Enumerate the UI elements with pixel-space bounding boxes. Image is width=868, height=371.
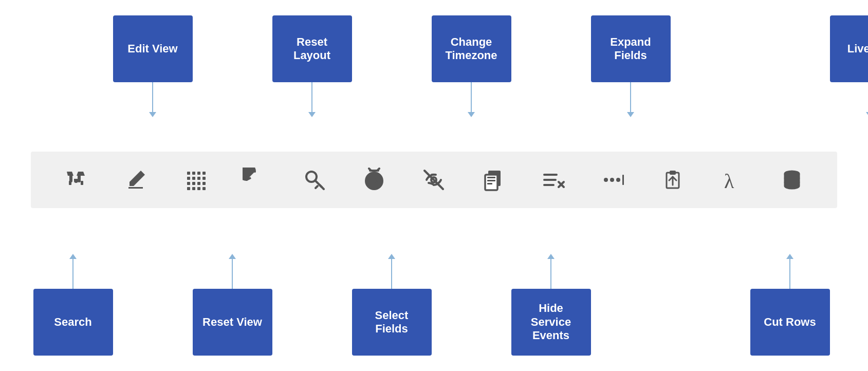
hide-service-events-icon[interactable]	[418, 164, 449, 195]
svg-rect-29	[487, 183, 492, 184]
top-col-reset-layout: Reset Layout	[272, 15, 352, 113]
key-icon[interactable]	[299, 164, 330, 195]
svg-rect-2	[187, 172, 190, 175]
svg-rect-5	[202, 172, 206, 175]
bottom-col-cut-space	[671, 258, 750, 356]
lambda-icon[interactable]: λ	[717, 164, 748, 195]
edit-view-icon[interactable]	[120, 164, 151, 195]
svg-rect-8	[197, 177, 200, 180]
svg-rect-9	[202, 177, 206, 180]
hide-service-events-box[interactable]: Hide Service Events	[511, 289, 591, 356]
svg-text:λ: λ	[724, 170, 734, 192]
svg-rect-16	[197, 187, 200, 190]
top-col-change-timezone: Change Timezone	[432, 15, 511, 113]
select-fields-box[interactable]: Select Fields	[352, 289, 432, 356]
change-timezone-box[interactable]: Change Timezone	[432, 15, 511, 82]
bottom-col-select-fields: Select Fields	[352, 258, 432, 356]
bottom-col-timezone-space	[432, 258, 511, 356]
top-col-expand-fields: Expand Fields	[591, 15, 671, 113]
search-arrow-up	[72, 258, 73, 289]
svg-rect-27	[487, 177, 495, 178]
svg-rect-28	[487, 180, 495, 181]
expand-fields-box[interactable]: Expand Fields	[591, 15, 671, 82]
ellipsis-icon[interactable]	[598, 164, 629, 195]
svg-point-35	[604, 178, 608, 182]
top-col-edit-view: Edit View	[113, 15, 193, 113]
svg-rect-13	[202, 182, 206, 185]
expand-fields-arrow-down	[630, 82, 631, 113]
bottom-col-cut-rows: Cut Rows	[750, 258, 830, 356]
svg-rect-7	[192, 177, 195, 180]
live-tail-box[interactable]: Live Tail	[830, 15, 869, 82]
reset-layout-arrow-down	[311, 82, 312, 113]
svg-line-20	[320, 185, 322, 187]
bottom-col-edit-view-space	[113, 258, 193, 356]
svg-line-21	[316, 186, 318, 188]
bottom-col-copy-space	[591, 258, 671, 356]
edit-view-arrow-down	[152, 82, 153, 113]
svg-rect-3	[192, 172, 195, 175]
svg-rect-1	[81, 181, 83, 185]
svg-rect-38	[622, 175, 624, 185]
cut-rows-box[interactable]: Cut Rows	[750, 289, 830, 356]
bottom-col-reset-layout-space	[272, 258, 352, 356]
bottom-col-hide-events: Hide Service Events	[511, 258, 591, 356]
svg-rect-6	[187, 177, 190, 180]
copy-icon[interactable]	[478, 164, 509, 195]
bottom-col-search: Search	[33, 258, 113, 356]
top-col-reset-view	[193, 15, 272, 113]
reset-layout-icon[interactable]	[239, 164, 270, 195]
svg-rect-14	[187, 187, 190, 190]
bottom-col-ellipsis-space	[830, 258, 869, 356]
search-box[interactable]: Search	[33, 289, 113, 356]
diagram-container: Edit View Reset Layout Change Timezone	[0, 0, 868, 371]
clock-icon[interactable]	[359, 164, 390, 195]
svg-point-36	[610, 178, 614, 182]
hide-events-arrow-up	[550, 258, 551, 289]
svg-rect-10	[187, 182, 190, 185]
svg-rect-12	[197, 182, 200, 185]
select-fields-arrow-up	[391, 258, 392, 289]
svg-point-37	[616, 178, 620, 182]
top-col-select-fields	[352, 15, 432, 113]
top-col-ellipsis	[750, 15, 830, 113]
cut-rows-icon[interactable]	[538, 164, 569, 195]
search-icon[interactable]	[61, 164, 91, 195]
svg-rect-15	[192, 187, 195, 190]
top-col-cut-rows-space	[671, 15, 750, 113]
reset-layout-box[interactable]: Reset Layout	[272, 15, 352, 82]
reset-view-box[interactable]: Reset View	[193, 289, 272, 356]
svg-rect-11	[192, 182, 195, 185]
svg-rect-17	[202, 187, 206, 190]
svg-rect-40	[670, 171, 676, 175]
top-col-search	[33, 15, 113, 113]
upload-icon[interactable]	[657, 164, 688, 195]
change-timezone-arrow-down	[471, 82, 472, 113]
reset-view-arrow-up	[232, 258, 233, 289]
top-col-hide-events	[511, 15, 591, 113]
top-col-live-tail: Live Tail	[830, 15, 869, 113]
edit-view-box[interactable]: Edit View	[113, 15, 193, 82]
svg-rect-4	[197, 172, 200, 175]
cut-rows-arrow-up	[789, 258, 790, 289]
toolbar-strip: λ	[31, 152, 837, 208]
svg-rect-0	[69, 181, 71, 185]
database-icon[interactable]	[777, 164, 807, 195]
bottom-col-reset-view: Reset View	[193, 258, 272, 356]
select-fields-icon[interactable]	[180, 164, 211, 195]
